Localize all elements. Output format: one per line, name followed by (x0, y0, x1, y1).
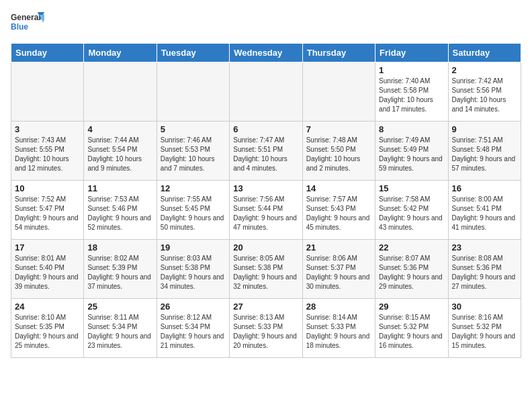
day-number: 6 (233, 124, 298, 134)
day-info: Sunrise: 7:51 AM Sunset: 5:48 PM Dayligh… (452, 136, 517, 173)
day-cell: 26Sunrise: 8:12 AM Sunset: 5:34 PM Dayli… (157, 299, 229, 358)
day-header-wednesday: Wednesday (230, 44, 302, 62)
day-info: Sunrise: 7:49 AM Sunset: 5:49 PM Dayligh… (379, 136, 444, 173)
day-cell: 29Sunrise: 8:15 AM Sunset: 5:32 PM Dayli… (375, 299, 448, 358)
day-header-monday: Monday (84, 44, 157, 62)
day-number: 12 (161, 183, 226, 193)
day-cell: 13Sunrise: 7:56 AM Sunset: 5:44 PM Dayli… (230, 181, 302, 240)
day-cell (157, 62, 229, 122)
day-info: Sunrise: 8:05 AM Sunset: 5:38 PM Dayligh… (233, 254, 298, 291)
day-number: 30 (452, 302, 517, 312)
day-number: 18 (87, 242, 152, 253)
day-cell: 3Sunrise: 7:43 AM Sunset: 5:55 PM Daylig… (11, 122, 84, 181)
day-info: Sunrise: 8:16 AM Sunset: 5:32 PM Dayligh… (452, 313, 517, 351)
day-cell: 18Sunrise: 8:02 AM Sunset: 5:39 PM Dayli… (84, 240, 157, 299)
day-info: Sunrise: 8:00 AM Sunset: 5:41 PM Dayligh… (452, 195, 517, 232)
day-info: Sunrise: 8:06 AM Sunset: 5:37 PM Dayligh… (306, 254, 371, 291)
page-header: General Blue (11, 11, 521, 35)
day-number: 19 (161, 242, 226, 253)
day-number: 7 (306, 124, 371, 134)
svg-text:General: General (11, 13, 41, 22)
day-header-saturday: Saturday (448, 44, 521, 62)
day-cell: 15Sunrise: 7:58 AM Sunset: 5:42 PM Dayli… (375, 181, 448, 240)
day-cell: 20Sunrise: 8:05 AM Sunset: 5:38 PM Dayli… (230, 240, 302, 299)
day-header-tuesday: Tuesday (157, 44, 229, 62)
day-number: 29 (379, 302, 444, 312)
day-number: 3 (15, 124, 80, 134)
day-info: Sunrise: 8:07 AM Sunset: 5:36 PM Dayligh… (379, 254, 444, 291)
day-info: Sunrise: 8:14 AM Sunset: 5:33 PM Dayligh… (306, 313, 371, 351)
day-number: 5 (161, 124, 226, 134)
day-number: 10 (15, 183, 80, 193)
week-row-4: 17Sunrise: 8:01 AM Sunset: 5:40 PM Dayli… (11, 240, 521, 299)
day-header-friday: Friday (375, 44, 448, 62)
day-info: Sunrise: 7:56 AM Sunset: 5:44 PM Dayligh… (233, 195, 298, 232)
day-cell: 10Sunrise: 7:52 AM Sunset: 5:47 PM Dayli… (11, 181, 84, 240)
day-number: 2 (452, 65, 517, 75)
day-number: 22 (379, 242, 444, 253)
day-info: Sunrise: 7:43 AM Sunset: 5:55 PM Dayligh… (15, 136, 80, 173)
week-row-1: 1Sunrise: 7:40 AM Sunset: 5:58 PM Daylig… (11, 62, 521, 122)
day-info: Sunrise: 7:47 AM Sunset: 5:51 PM Dayligh… (233, 136, 298, 173)
day-cell: 4Sunrise: 7:44 AM Sunset: 5:54 PM Daylig… (84, 122, 157, 181)
day-cell: 14Sunrise: 7:57 AM Sunset: 5:43 PM Dayli… (302, 181, 375, 240)
day-cell: 27Sunrise: 8:13 AM Sunset: 5:33 PM Dayli… (230, 299, 302, 358)
day-info: Sunrise: 7:53 AM Sunset: 5:46 PM Dayligh… (87, 195, 152, 232)
week-row-3: 10Sunrise: 7:52 AM Sunset: 5:47 PM Dayli… (11, 181, 521, 240)
day-number: 28 (306, 302, 371, 312)
logo: General Blue (11, 11, 44, 35)
day-cell: 17Sunrise: 8:01 AM Sunset: 5:40 PM Dayli… (11, 240, 84, 299)
day-number: 20 (233, 242, 298, 253)
day-number: 1 (379, 65, 444, 75)
week-row-5: 24Sunrise: 8:10 AM Sunset: 5:35 PM Dayli… (11, 299, 521, 358)
day-cell: 12Sunrise: 7:55 AM Sunset: 5:45 PM Dayli… (157, 181, 229, 240)
day-number: 14 (306, 183, 371, 193)
day-header-sunday: Sunday (11, 44, 84, 62)
day-info: Sunrise: 8:10 AM Sunset: 5:35 PM Dayligh… (15, 313, 80, 351)
day-number: 11 (87, 183, 152, 193)
day-number: 13 (233, 183, 298, 193)
day-info: Sunrise: 7:42 AM Sunset: 5:56 PM Dayligh… (452, 77, 517, 114)
day-cell: 19Sunrise: 8:03 AM Sunset: 5:38 PM Dayli… (157, 240, 229, 299)
day-cell: 2Sunrise: 7:42 AM Sunset: 5:56 PM Daylig… (448, 62, 521, 122)
day-cell: 9Sunrise: 7:51 AM Sunset: 5:48 PM Daylig… (448, 122, 521, 181)
day-cell (11, 62, 84, 122)
day-cell: 7Sunrise: 7:48 AM Sunset: 5:50 PM Daylig… (302, 122, 375, 181)
day-number: 16 (452, 183, 517, 193)
day-cell (230, 62, 302, 122)
day-cell: 1Sunrise: 7:40 AM Sunset: 5:58 PM Daylig… (375, 62, 448, 122)
day-number: 15 (379, 183, 444, 193)
day-info: Sunrise: 7:52 AM Sunset: 5:47 PM Dayligh… (15, 195, 80, 232)
day-cell: 30Sunrise: 8:16 AM Sunset: 5:32 PM Dayli… (448, 299, 521, 358)
day-cell: 5Sunrise: 7:46 AM Sunset: 5:53 PM Daylig… (157, 122, 229, 181)
day-info: Sunrise: 8:02 AM Sunset: 5:39 PM Dayligh… (87, 254, 152, 291)
day-info: Sunrise: 8:11 AM Sunset: 5:34 PM Dayligh… (87, 313, 152, 351)
day-info: Sunrise: 8:08 AM Sunset: 5:36 PM Dayligh… (452, 254, 517, 291)
header-row: SundayMondayTuesdayWednesdayThursdayFrid… (11, 44, 521, 62)
day-cell (302, 62, 375, 122)
day-number: 26 (161, 302, 226, 312)
day-cell: 24Sunrise: 8:10 AM Sunset: 5:35 PM Dayli… (11, 299, 84, 358)
day-number: 24 (15, 302, 80, 312)
day-number: 4 (87, 124, 152, 134)
logo-svg: General Blue (11, 11, 44, 35)
svg-text:Blue: Blue (11, 22, 28, 32)
day-number: 25 (87, 302, 152, 312)
day-info: Sunrise: 8:15 AM Sunset: 5:32 PM Dayligh… (379, 313, 444, 351)
week-row-2: 3Sunrise: 7:43 AM Sunset: 5:55 PM Daylig… (11, 122, 521, 181)
day-cell: 21Sunrise: 8:06 AM Sunset: 5:37 PM Dayli… (302, 240, 375, 299)
day-cell (84, 62, 157, 122)
day-info: Sunrise: 7:58 AM Sunset: 5:42 PM Dayligh… (379, 195, 444, 232)
day-info: Sunrise: 7:40 AM Sunset: 5:58 PM Dayligh… (379, 77, 444, 114)
day-cell: 16Sunrise: 8:00 AM Sunset: 5:41 PM Dayli… (448, 181, 521, 240)
day-number: 8 (379, 124, 444, 134)
day-cell: 25Sunrise: 8:11 AM Sunset: 5:34 PM Dayli… (84, 299, 157, 358)
day-number: 21 (306, 242, 371, 253)
day-number: 27 (233, 302, 298, 312)
calendar-table: SundayMondayTuesdayWednesdayThursdayFrid… (11, 43, 521, 358)
day-number: 9 (452, 124, 517, 134)
day-info: Sunrise: 7:55 AM Sunset: 5:45 PM Dayligh… (161, 195, 226, 232)
day-number: 23 (452, 242, 517, 253)
day-cell: 11Sunrise: 7:53 AM Sunset: 5:46 PM Dayli… (84, 181, 157, 240)
day-info: Sunrise: 8:13 AM Sunset: 5:33 PM Dayligh… (233, 313, 298, 351)
